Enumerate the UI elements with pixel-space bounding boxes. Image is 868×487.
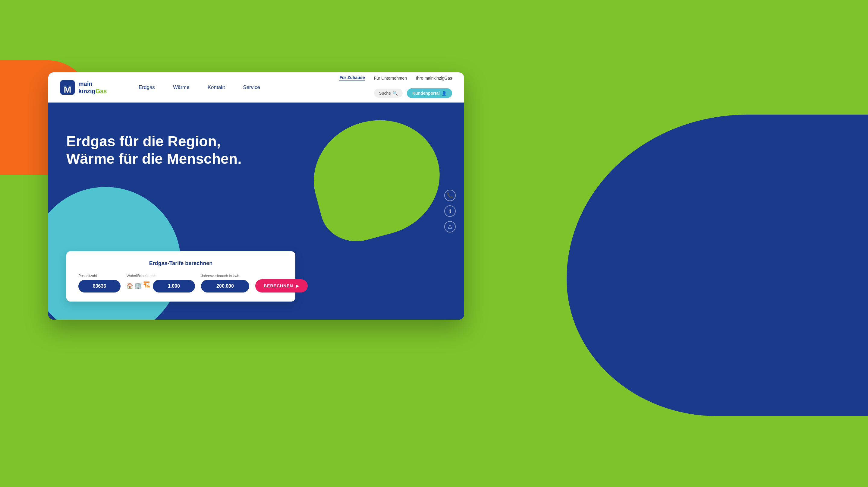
secondary-nav: Für Zuhause Für Unternehmen Ihre mainkin… xyxy=(339,72,452,84)
hero-headline-line2: Wärme für die Menschen. xyxy=(66,150,241,168)
nav-kontakt[interactable]: Kontakt xyxy=(208,85,225,90)
browser-window: M main kinzigGas Für Zuhause Für Unterne… xyxy=(48,72,464,319)
house-icon: 🏠 xyxy=(127,282,133,289)
logo[interactable]: M main kinzigGas xyxy=(60,80,127,95)
building2-icon: 🏗 xyxy=(143,281,150,289)
nav-fuer-unternehmen[interactable]: Für Unternehmen xyxy=(374,76,407,81)
kundenportal-button[interactable]: Kundenportal 👤 xyxy=(407,88,452,98)
nav-waerme[interactable]: Wärme xyxy=(173,85,190,90)
postleitzahl-input[interactable] xyxy=(79,280,121,293)
building-icons: 🏠 🏢 🏗 xyxy=(127,281,150,289)
calc-fields: Postleitzahl Wohnfläche in m² 🏠 🏢 🏗 xyxy=(79,274,283,293)
warning-side-icon[interactable]: ⚠ xyxy=(444,221,456,233)
phone-side-icon[interactable]: 📞 xyxy=(444,190,456,201)
hero-headline-line1: Erdgas für die Region, xyxy=(66,133,241,150)
postleitzahl-field: Postleitzahl xyxy=(79,274,121,293)
nav-right: Suche 🔍 Kundenportal 👤 xyxy=(374,84,452,102)
nav-service[interactable]: Service xyxy=(243,85,260,90)
kundenportal-label: Kundenportal xyxy=(412,91,440,96)
info-side-icon[interactable]: ℹ xyxy=(444,205,456,217)
warning-icon: ⚠ xyxy=(447,223,453,230)
svg-text:M: M xyxy=(64,85,71,94)
green-blob xyxy=(301,106,453,250)
search-icon: 🔍 xyxy=(393,91,398,96)
site-header: M main kinzigGas Für Zuhause Für Unterne… xyxy=(48,72,464,102)
blue-blob-decoration xyxy=(567,115,868,416)
postleitzahl-label: Postleitzahl xyxy=(79,274,121,278)
search-button[interactable]: Suche 🔍 xyxy=(374,89,403,98)
nav-ihre-mainkinziggas[interactable]: Ihre mainkinzigGas xyxy=(416,76,452,81)
calc-title: Erdgas-Tarife berechnen xyxy=(79,260,283,267)
user-icon: 👤 xyxy=(441,91,447,96)
arrow-right-icon: ▶ xyxy=(296,283,299,288)
jahresverbrauch-input[interactable] xyxy=(201,280,249,293)
berechnen-button[interactable]: BERECHNEN ▶ xyxy=(255,279,308,293)
building1-icon: 🏢 xyxy=(134,282,142,289)
phone-icon: 📞 xyxy=(447,192,453,199)
wohnflaeche-label: Wohnfläche in m² xyxy=(127,274,195,278)
jahresverbrauch-field: Jahresverbrauch in kwh xyxy=(201,274,249,293)
logo-icon: M xyxy=(60,80,75,95)
berechnen-label: BERECHNEN xyxy=(264,283,293,288)
search-label: Suche xyxy=(379,91,391,96)
wohnflaeche-input[interactable] xyxy=(153,280,195,293)
logo-text: main kinzigGas xyxy=(79,80,107,95)
hero-section: Erdgas für die Region, Wärme für die Men… xyxy=(48,102,464,319)
jahresverbrauch-label: Jahresverbrauch in kwh xyxy=(201,274,249,278)
info-icon: ℹ xyxy=(449,208,451,214)
nav-fuer-zuhause[interactable]: Für Zuhause xyxy=(339,75,365,81)
calculator-card: Erdgas-Tarife berechnen Postleitzahl Woh… xyxy=(66,251,296,302)
nav-erdgas[interactable]: Erdgas xyxy=(138,85,155,90)
wohnflaeche-field: Wohnfläche in m² 🏠 🏢 🏗 xyxy=(127,274,195,293)
side-icons: 📞 ℹ ⚠ xyxy=(444,190,456,233)
hero-headline: Erdgas für die Region, Wärme für die Men… xyxy=(66,133,241,168)
